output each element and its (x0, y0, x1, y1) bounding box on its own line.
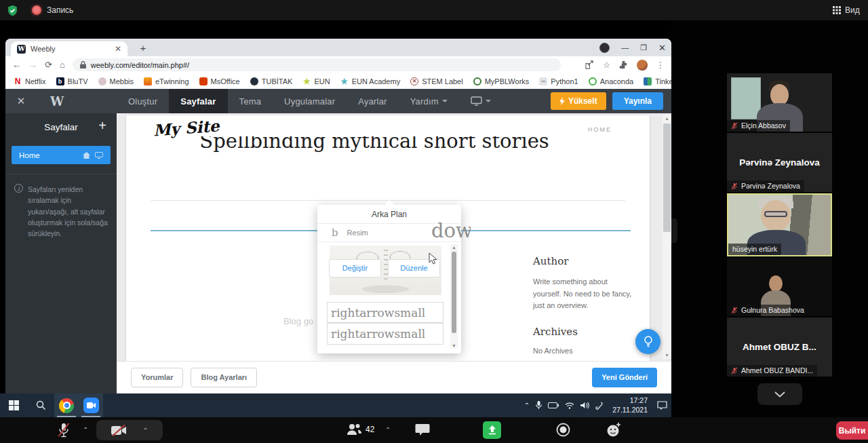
author-text: Write something about yourself. No need … (533, 276, 636, 312)
panel-collapse-handle[interactable] (671, 218, 677, 243)
add-page-button[interactable]: + (98, 118, 106, 134)
video-button[interactable]: ⌃ (96, 420, 163, 440)
publish-button[interactable]: Yayınla (612, 92, 663, 110)
back-icon[interactable]: ← (12, 60, 21, 69)
browser-tab[interactable]: W Weebly ✕ (11, 41, 127, 56)
participant-tile[interactable]: Elçin Abbasov (727, 73, 832, 132)
nav-settings[interactable]: Ayarlar (347, 89, 398, 113)
bookmark-item[interactable]: NNetflix (14, 77, 46, 85)
nav-create[interactable]: Oluştur (117, 89, 169, 113)
bookmark-star-icon[interactable]: ☆ (603, 60, 610, 70)
post-headline[interactable]: Spellbinding mythical short stories (167, 136, 582, 156)
bookmark-item[interactable]: bBluTV (56, 77, 88, 85)
browser-menu-icon[interactable]: ⋮ (656, 60, 665, 70)
new-post-button[interactable]: Yeni Gönderi (592, 368, 657, 387)
page-scrollbar[interactable]: ▲ ▼ (663, 115, 671, 359)
mic-muted-icon (731, 182, 738, 190)
bookmark-item[interactable]: ≔Python1 (539, 77, 578, 85)
change-image-button[interactable]: Değiştir (329, 259, 381, 277)
bookmark-item[interactable]: eTwinning (144, 77, 189, 85)
image-icon: b (332, 227, 338, 239)
url-field[interactable]: weebly.com/editor/main.php#/ (73, 58, 561, 71)
participants-count: 42 (366, 425, 374, 434)
share-screen-button[interactable] (483, 421, 501, 439)
extensions-icon[interactable] (619, 60, 628, 69)
bookmark-item[interactable]: MyPBLWorks (473, 77, 530, 85)
participant-tile-active-speaker[interactable]: hüseyin ertürk (727, 193, 832, 256)
taskbar-clock[interactable]: 17:27 27.11.2021 (612, 396, 648, 415)
page-item-home[interactable]: Home (12, 146, 111, 164)
comments-button[interactable]: Yorumlar (131, 368, 183, 387)
mic-options-chevron[interactable]: ⌃ (83, 426, 88, 434)
bookmark-item[interactable]: TUBİTAK (250, 77, 293, 85)
taskbar-search-button[interactable] (27, 393, 54, 417)
bookmark-item[interactable]: Mebbis (98, 77, 134, 85)
bookmark-item[interactable]: ✕STEM Label (410, 77, 463, 85)
participants-button[interactable]: 42 (346, 423, 374, 436)
tray-pen-icon[interactable] (595, 402, 603, 410)
taskbar-zoom-icon[interactable] (79, 393, 103, 417)
tray-wifi-icon[interactable] (565, 402, 574, 409)
dialog-scrollbar[interactable]: ▲ ▼ (450, 244, 458, 349)
home-icon[interactable]: ⌂ (60, 60, 65, 69)
mute-button[interactable] (57, 422, 71, 438)
recording-icon (32, 5, 41, 15)
background-image-option[interactable]: b Resim (317, 224, 461, 242)
browser-profile-icon[interactable] (599, 43, 610, 53)
share-page-icon[interactable] (585, 60, 594, 69)
tab-title: Weebly (31, 45, 55, 53)
leave-meeting-button[interactable]: Выйти (836, 421, 868, 440)
tray-expand-icon[interactable]: ⌃ (524, 402, 530, 409)
window-minimize-button[interactable]: — (621, 43, 629, 52)
bookmark-item[interactable]: ★EUN (302, 77, 330, 85)
mouse-cursor (429, 252, 437, 265)
reload-icon[interactable]: ⟳ (45, 60, 52, 69)
new-tab-button[interactable]: + (136, 41, 151, 56)
panel-page-down-button[interactable] (757, 383, 802, 405)
bookmark-item[interactable]: Tinkercad (644, 77, 671, 85)
tray-usb-icon[interactable] (536, 401, 542, 410)
bookmark-item[interactable]: MsOffice (199, 77, 240, 85)
scrollbar-thumb[interactable] (452, 252, 456, 333)
tray-volume-icon[interactable] (580, 402, 589, 409)
editor-close-icon[interactable]: ✕ (5, 95, 37, 107)
site-nav-home-link[interactable]: HOME (588, 126, 612, 133)
reactions-button[interactable] (606, 422, 621, 438)
forward-icon[interactable]: → (28, 60, 37, 69)
sidebar-hint: i Sayfaları yeniden sıralamak için yukar… (5, 184, 117, 239)
chat-button[interactable] (415, 423, 430, 436)
nav-theme[interactable]: Tema (228, 89, 273, 113)
bookmark-item[interactable]: Anaconda (589, 77, 634, 85)
taskbar-chrome-icon[interactable] (54, 393, 79, 417)
action-center-icon[interactable] (657, 401, 667, 410)
scrollbar-thumb[interactable] (663, 123, 671, 232)
image-option-row[interactable]: rightarrowsmall (327, 323, 443, 345)
start-button[interactable] (0, 393, 27, 417)
help-button[interactable] (635, 329, 660, 354)
bookmark-item[interactable]: ★EUN Academy (340, 77, 401, 85)
browser-avatar[interactable] (637, 60, 648, 71)
window-close-button[interactable]: ✕ (658, 43, 666, 53)
security-shield-icon[interactable] (7, 5, 18, 16)
nav-pages[interactable]: Sayfalar (169, 89, 227, 113)
tab-close-icon[interactable]: ✕ (115, 44, 121, 54)
participant-name-label: Gulnura Babashova (727, 305, 808, 316)
participant-tile[interactable]: Pərvinə Zeynalova Pərvinə Zeynalova (727, 133, 832, 192)
participant-tile[interactable]: Gulnura Babashova (727, 258, 832, 316)
window-maximize-button[interactable]: ❐ (640, 43, 647, 52)
upgrade-button[interactable]: Yükselt (551, 92, 606, 110)
video-options-chevron[interactable]: ⌃ (142, 427, 148, 434)
nav-help[interactable]: Yardım (399, 89, 459, 113)
participants-options-chevron[interactable]: ⌃ (385, 426, 391, 434)
chevron-down-icon (442, 100, 448, 102)
image-option-row[interactable]: rightarrowsmall (327, 302, 443, 323)
device-preview-button[interactable] (459, 89, 502, 113)
tray-battery-icon[interactable] (548, 402, 559, 408)
monitor-icon (471, 96, 482, 106)
sidebar-title: Sayfalar (44, 122, 78, 132)
blog-settings-button[interactable]: Blog Ayarları (191, 368, 257, 387)
view-control[interactable]: Вид (833, 5, 868, 15)
record-button[interactable] (556, 423, 570, 437)
participant-tile[interactable]: Ahmet OBUZ B... Ahmet OBUZ BANDI... (727, 317, 832, 377)
nav-apps[interactable]: Uygulamalar (273, 89, 347, 113)
